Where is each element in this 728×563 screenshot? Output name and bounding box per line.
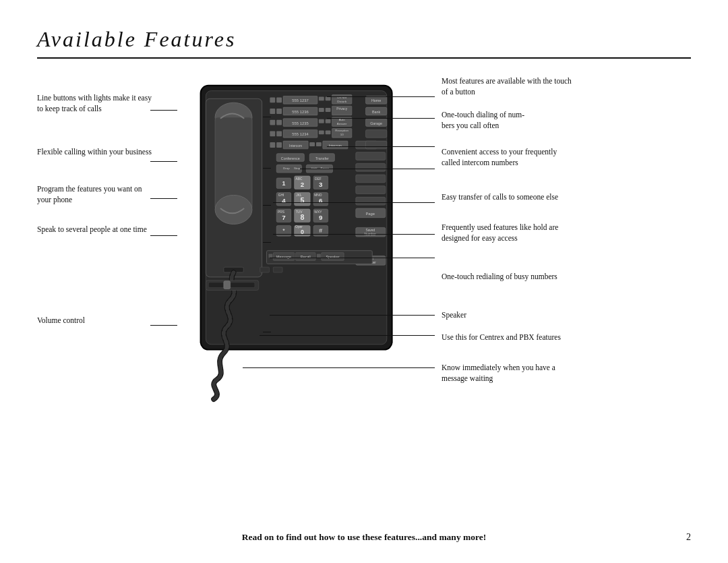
svg-text:1: 1 [282, 180, 286, 187]
svg-text:9: 9 [319, 214, 323, 221]
svg-rect-58 [356, 152, 386, 160]
svg-rect-128 [273, 267, 282, 272]
line-redial [273, 234, 435, 235]
svg-rect-32 [326, 119, 331, 123]
annotation-message-waiting: Know immediately when you have a message… [442, 362, 576, 384]
svg-text:Saved: Saved [365, 229, 375, 232]
svg-text:Garage: Garage [370, 121, 382, 125]
svg-rect-42 [319, 130, 324, 134]
content-area: Line buttons with lights make it easy to… [37, 72, 691, 423]
svg-rect-27 [270, 120, 275, 125]
svg-text:Bank: Bank [372, 110, 381, 114]
left-line-1 [150, 110, 177, 111]
line-centrex [260, 335, 435, 336]
left-line-2 [150, 161, 177, 162]
svg-rect-57 [365, 141, 386, 149]
annotation-program-features: Program the features you want on your ph… [37, 183, 153, 205]
svg-rect-125 [208, 283, 255, 288]
svg-rect-10 [319, 96, 324, 100]
line-transfer [300, 169, 435, 169]
svg-text:Conference: Conference [281, 156, 300, 160]
svg-text:Privacy: Privacy [336, 107, 348, 111]
svg-rect-61 [356, 186, 386, 194]
svg-rect-60 [356, 175, 386, 183]
footer: Read on to find out how to use these fea… [37, 532, 691, 543]
svg-text:Disturb: Disturb [337, 100, 346, 103]
annotation-easy-transfer: Easy transfer of calls to someone else [442, 191, 576, 202]
svg-text:3: 3 [319, 181, 323, 188]
svg-rect-28 [276, 120, 282, 125]
annotation-one-touch-dialing: One-touch dialing of num-bers you call o… [442, 109, 573, 131]
svg-rect-18 [276, 109, 282, 114]
annotation-speaker: Speaker [442, 309, 573, 320]
page-number: 2 [686, 532, 691, 543]
svg-rect-11 [326, 96, 331, 100]
svg-rect-127 [260, 267, 270, 272]
line-one-touch-dial [327, 118, 435, 119]
title-underline [37, 57, 691, 59]
svg-text:Intercom: Intercom [289, 144, 302, 148]
svg-rect-52 [309, 142, 315, 146]
svg-rect-53 [316, 142, 322, 146]
svg-rect-6 [270, 97, 275, 102]
svg-text:5: 5 [300, 196, 304, 204]
svg-rect-59 [356, 163, 386, 171]
svg-rect-48 [270, 142, 275, 148]
line-speaker-bottom [270, 258, 435, 258]
left-line-3 [150, 198, 177, 199]
svg-rect-62 [356, 197, 386, 205]
svg-rect-7 [276, 97, 282, 102]
svg-rect-31 [319, 119, 324, 123]
svg-text:Drop: Drop [283, 167, 290, 170]
svg-text:*: * [282, 227, 285, 234]
line-message [243, 367, 435, 368]
svg-text:Reception: Reception [335, 129, 348, 132]
svg-text:#: # [319, 227, 322, 234]
svg-text:555 1237: 555 1237 [292, 98, 308, 102]
svg-rect-21 [319, 108, 324, 112]
svg-rect-49 [276, 142, 282, 148]
svg-point-5 [215, 195, 252, 224]
svg-rect-39 [276, 131, 282, 136]
left-annotations: Line buttons with lights make it easy to… [37, 72, 155, 423]
page-title: Available Features [37, 27, 691, 52]
annotation-frequently-used: Frequently used features like hold are d… [442, 222, 573, 243]
svg-rect-43 [326, 130, 331, 134]
annotation-volume-control: Volume control [37, 315, 153, 326]
annotation-centrex-pbx: Use this for Centrex and PBX features [442, 332, 573, 343]
phone-diagram: 555 1237 Do Not Disturb Home 555 1236 [158, 79, 415, 423]
annotation-line-buttons: Line buttons with lights make it easy to… [37, 92, 153, 114]
line-most-features [327, 96, 435, 97]
svg-text:8: 8 [300, 213, 304, 221]
line-hold [273, 202, 435, 203]
svg-text:555 1235: 555 1235 [292, 121, 309, 125]
footer-text: Read on to find out how to use these fea… [242, 532, 487, 543]
svg-rect-47 [365, 129, 386, 138]
svg-text:2: 2 [301, 181, 305, 188]
svg-text:6: 6 [319, 197, 323, 204]
svg-text:4: 4 [282, 197, 286, 204]
svg-text:Answer: Answer [337, 122, 347, 125]
annotation-most-features: Most features are available with the tou… [442, 76, 576, 97]
annotation-one-touch-redial: One-touch redialing of busy numbers [442, 271, 573, 282]
svg-text:10: 10 [340, 133, 344, 136]
svg-text:7: 7 [282, 214, 286, 221]
svg-text:555 1234: 555 1234 [292, 132, 309, 136]
phone-svg: 555 1237 Do Not Disturb Home 555 1236 [158, 79, 408, 403]
svg-rect-22 [326, 108, 331, 112]
page: Available Features Line buttons with lig… [0, 0, 728, 563]
line-intercom [327, 146, 435, 147]
svg-text:Transfer: Transfer [315, 156, 329, 160]
title-section: Available Features [37, 27, 691, 59]
svg-text:Home: Home [371, 98, 381, 102]
left-line-5 [150, 325, 177, 326]
svg-text:Page: Page [365, 212, 375, 216]
svg-rect-17 [270, 109, 275, 114]
annotation-convenient-access: Convenient access to your frequently cal… [442, 146, 576, 168]
annotation-flexible-calling: Flexible calling within your business [37, 146, 153, 157]
svg-rect-38 [270, 131, 275, 136]
svg-text:555 1236: 555 1236 [292, 110, 308, 114]
svg-rect-126 [224, 281, 231, 289]
line-speaker [270, 315, 435, 316]
annotation-speak-several: Speak to several people at one time [37, 224, 153, 235]
